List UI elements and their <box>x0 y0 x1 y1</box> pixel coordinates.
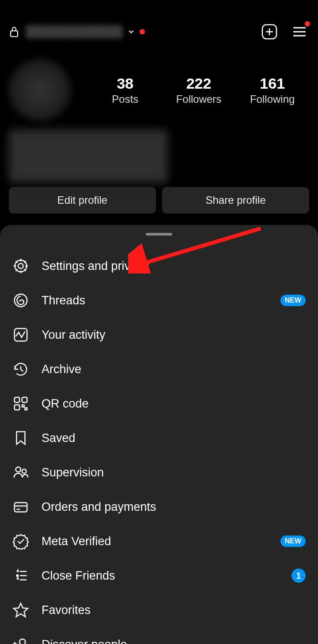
profile-stats-row: 38 Posts 222 Followers 161 Following <box>0 50 318 125</box>
svg-rect-0 <box>11 31 18 37</box>
verified-icon <box>12 533 29 550</box>
menu-your-activity[interactable]: Your activity <box>0 318 318 352</box>
following-label: Following <box>235 93 309 105</box>
bookmark-icon <box>12 430 29 446</box>
profile-header <box>0 0 318 50</box>
new-badge: NEW <box>280 295 306 306</box>
menu-bottom-sheet: Settings and privacy Threads NEW Your ac… <box>0 225 318 644</box>
menu-label: Meta Verified <box>42 535 280 548</box>
new-badge: NEW <box>280 535 306 547</box>
menu-favorites[interactable]: Favorites <box>0 593 318 627</box>
following-stat[interactable]: 161 Following <box>235 75 309 105</box>
menu-close-friends[interactable]: Close Friends 1 <box>0 558 318 593</box>
svg-point-26 <box>17 575 19 577</box>
count-badge: 1 <box>292 569 306 583</box>
menu-label: QR code <box>42 397 306 411</box>
followers-count: 222 <box>162 75 236 92</box>
menu-label: Saved <box>42 431 306 445</box>
notification-dot <box>140 29 145 34</box>
supervision-icon <box>12 464 29 481</box>
svg-marker-21 <box>17 570 19 572</box>
credit-card-icon <box>12 498 29 515</box>
bio-redacted <box>9 130 168 183</box>
svg-point-17 <box>22 469 26 473</box>
svg-point-8 <box>18 263 23 268</box>
lock-icon <box>9 26 19 38</box>
menu-orders-payments[interactable]: Orders and payments <box>0 490 318 524</box>
posts-count: 38 <box>88 75 162 92</box>
menu-threads[interactable]: Threads NEW <box>0 283 318 318</box>
followers-stat[interactable]: 222 Followers <box>162 75 236 105</box>
svg-marker-22 <box>17 578 19 579</box>
star-icon <box>12 602 29 618</box>
notification-dot <box>305 21 310 26</box>
chevron-down-icon[interactable] <box>127 28 135 36</box>
menu-supervision[interactable]: Supervision <box>0 455 318 490</box>
share-profile-button[interactable]: Share profile <box>162 187 309 213</box>
create-button[interactable] <box>260 22 279 41</box>
gear-icon <box>12 258 29 274</box>
svg-point-28 <box>19 639 25 644</box>
svg-rect-14 <box>22 405 24 407</box>
menu-label: Supervision <box>42 466 306 479</box>
menu-label: Close Friends <box>42 569 292 583</box>
hamburger-menu-button[interactable] <box>290 22 309 41</box>
svg-rect-12 <box>22 397 27 402</box>
svg-rect-11 <box>15 397 19 402</box>
svg-rect-13 <box>15 405 19 410</box>
followers-label: Followers <box>162 93 236 105</box>
menu-label: Orders and payments <box>42 500 306 514</box>
menu-meta-verified[interactable]: Meta Verified NEW <box>0 524 318 558</box>
menu-label: Archive <box>42 363 306 376</box>
username-redacted[interactable] <box>26 25 123 38</box>
svg-rect-15 <box>25 408 27 410</box>
menu-label: Your activity <box>42 328 306 342</box>
discover-people-icon <box>12 636 29 644</box>
menu-archive[interactable]: Archive <box>0 352 318 386</box>
svg-rect-18 <box>15 503 27 512</box>
menu-label: Threads <box>42 294 280 307</box>
profile-action-buttons: Edit profile Share profile <box>0 187 318 213</box>
posts-stat[interactable]: 38 Posts <box>88 75 162 105</box>
menu-label: Favorites <box>42 603 306 617</box>
menu-label: Discover people <box>42 638 306 644</box>
threads-icon <box>12 292 29 309</box>
menu-qr-code[interactable]: QR code <box>0 386 318 421</box>
posts-label: Posts <box>88 93 162 105</box>
svg-marker-27 <box>14 603 28 617</box>
svg-point-16 <box>16 467 21 472</box>
menu-settings-privacy[interactable]: Settings and privacy <box>0 249 318 283</box>
archive-icon <box>12 361 29 378</box>
menu-discover-people[interactable]: Discover people <box>0 627 318 644</box>
menu-label: Settings and privacy <box>42 259 306 273</box>
edit-profile-button[interactable]: Edit profile <box>9 187 156 213</box>
drag-handle[interactable] <box>146 233 172 236</box>
close-friends-icon <box>12 567 29 584</box>
following-count: 161 <box>235 75 309 92</box>
qr-code-icon <box>12 395 29 412</box>
avatar[interactable] <box>9 59 71 121</box>
activity-icon <box>12 326 29 343</box>
menu-saved[interactable]: Saved <box>0 421 318 455</box>
